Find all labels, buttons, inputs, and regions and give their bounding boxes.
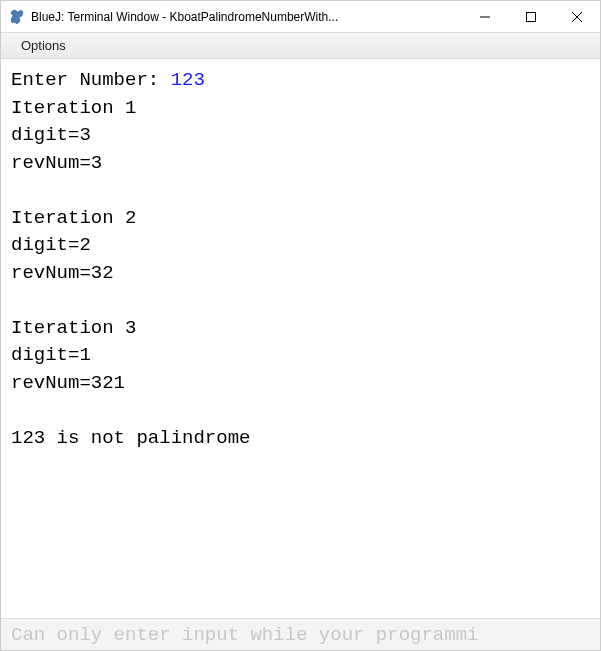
bluej-app-icon <box>9 9 25 25</box>
minimize-button[interactable] <box>462 1 508 32</box>
svg-line-3 <box>572 12 582 22</box>
prompt-text: Enter Number: <box>11 69 171 91</box>
window-controls <box>462 1 600 32</box>
statusbar: Can only enter input while your programm… <box>1 618 600 650</box>
close-button[interactable] <box>554 1 600 32</box>
maximize-button[interactable] <box>508 1 554 32</box>
status-text: Can only enter input while your programm… <box>11 624 478 646</box>
svg-line-2 <box>572 12 582 22</box>
titlebar: BlueJ: Terminal Window - KboatPalindrome… <box>1 1 600 33</box>
output-lines: Iteration 1 digit=3 revNum=3 Iteration 2… <box>11 97 250 450</box>
user-input-text: 123 <box>171 69 205 91</box>
terminal-output[interactable]: Enter Number: 123 Iteration 1 digit=3 re… <box>1 59 600 618</box>
window-title: BlueJ: Terminal Window - KboatPalindrome… <box>31 10 462 24</box>
menubar: Options <box>1 33 600 59</box>
menu-options[interactable]: Options <box>15 36 72 55</box>
svg-rect-1 <box>527 12 536 21</box>
